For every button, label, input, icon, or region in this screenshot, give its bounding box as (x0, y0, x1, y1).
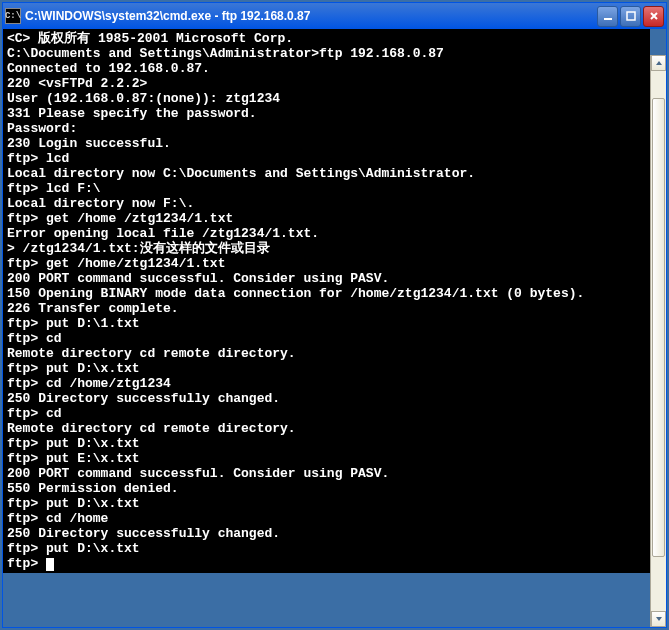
terminal-line: > /ztg1234/1.txt:没有这样的文件或目录 (7, 241, 646, 256)
terminal-line: Error opening local file /ztg1234/1.txt. (7, 226, 646, 241)
terminal-line: ftp> put D:\x.txt (7, 496, 646, 511)
cursor (46, 558, 54, 571)
terminal-line: 230 Login successful. (7, 136, 646, 151)
window-title: C:\WINDOWS\system32\cmd.exe - ftp 192.16… (25, 9, 597, 23)
terminal-line: ftp> cd /home/ztg1234 (7, 376, 646, 391)
terminal-line: ftp> put D:\x.txt (7, 541, 646, 556)
cmd-window: C:\ C:\WINDOWS\system32\cmd.exe - ftp 19… (2, 2, 667, 628)
terminal-line: Remote directory cd remote directory. (7, 421, 646, 436)
svg-rect-0 (604, 18, 612, 20)
titlebar[interactable]: C:\ C:\WINDOWS\system32\cmd.exe - ftp 19… (3, 3, 666, 29)
terminal-line: ftp> cd /home (7, 511, 646, 526)
terminal-line: Local directory now F:\. (7, 196, 646, 211)
app-icon: C:\ (5, 8, 21, 24)
terminal-line: 331 Please specify the password. (7, 106, 646, 121)
maximize-button[interactable] (620, 6, 641, 27)
terminal-line: ftp> get /home /ztg1234/1.txt (7, 211, 646, 226)
terminal-output[interactable]: <C> 版权所有 1985-2001 Microsoft Corp.C:\Doc… (3, 29, 650, 573)
terminal-line: 200 PORT command successful. Consider us… (7, 466, 646, 481)
terminal-line: ftp> cd (7, 331, 646, 346)
content-area: <C> 版权所有 1985-2001 Microsoft Corp.C:\Doc… (3, 29, 666, 627)
terminal-line: Local directory now C:\Documents and Set… (7, 166, 646, 181)
terminal-line: ftp> lcd F:\ (7, 181, 646, 196)
terminal-line: ftp> put D:\x.txt (7, 436, 646, 451)
minimize-button[interactable] (597, 6, 618, 27)
terminal-line: <C> 版权所有 1985-2001 Microsoft Corp. (7, 31, 646, 46)
terminal-line: ftp> put E:\x.txt (7, 451, 646, 466)
terminal-line: 150 Opening BINARY mode data connection … (7, 286, 646, 301)
terminal-line: 200 PORT command successful. Consider us… (7, 271, 646, 286)
terminal-line: 250 Directory successfully changed. (7, 391, 646, 406)
terminal-line: 550 Permission denied. (7, 481, 646, 496)
terminal-line: ftp> lcd (7, 151, 646, 166)
scrollbar-thumb[interactable] (652, 98, 665, 557)
terminal-line: ftp> cd (7, 406, 646, 421)
svg-rect-1 (627, 12, 635, 20)
terminal-line: ftp> (7, 556, 646, 571)
vertical-scrollbar[interactable] (650, 55, 666, 627)
terminal-line: Connected to 192.168.0.87. (7, 61, 646, 76)
window-controls (597, 6, 664, 27)
terminal-line: ftp> get /home/ztg1234/1.txt (7, 256, 646, 271)
terminal-line: User (192.168.0.87:(none)): ztg1234 (7, 91, 646, 106)
terminal-line: Password: (7, 121, 646, 136)
terminal-line: 220 <vsFTPd 2.2.2> (7, 76, 646, 91)
close-button[interactable] (643, 6, 664, 27)
scroll-down-button[interactable] (651, 611, 666, 627)
terminal-line: ftp> put D:\1.txt (7, 316, 646, 331)
terminal-line: 226 Transfer complete. (7, 301, 646, 316)
scrollbar-track[interactable] (651, 71, 666, 611)
terminal-line: Remote directory cd remote directory. (7, 346, 646, 361)
terminal-line: C:\Documents and Settings\Administrator>… (7, 46, 646, 61)
terminal-line: 250 Directory successfully changed. (7, 526, 646, 541)
terminal-line: ftp> put D:\x.txt (7, 361, 646, 376)
scroll-up-button[interactable] (651, 55, 666, 71)
